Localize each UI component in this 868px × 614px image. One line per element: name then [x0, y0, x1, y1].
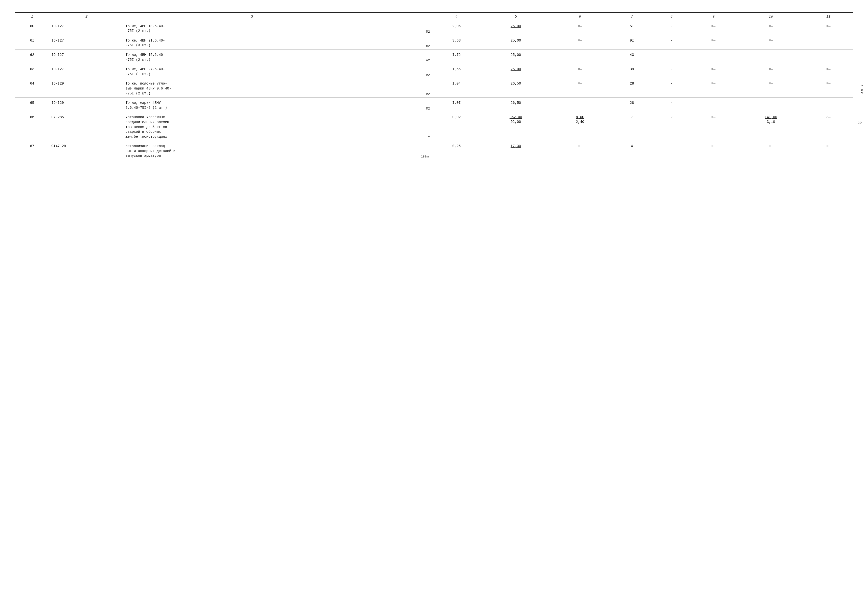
row-description: То же, 4ВН 27.6.40- -75I (I шт.) — [124, 64, 380, 78]
header-colunit — [380, 12, 432, 21]
row-code: IO-I27 — [50, 35, 124, 50]
row-col11: 3— — [804, 112, 853, 141]
table-row: 65IO-I29То же, марки 4БНУ 9.6.40-75I-2 (… — [15, 98, 853, 112]
row-unit: м2 — [380, 50, 432, 64]
row-description: То же, 4ВН I8.6.40- -75I (2 шт.) — [124, 21, 380, 35]
row-col5: 26,50 — [481, 98, 550, 112]
row-description: Металлизация заклад- ных и анкорных дета… — [124, 141, 380, 160]
row-col4: 0,25 — [432, 141, 481, 160]
table-row: 66Е7-285Установка крепёжных соединительн… — [15, 112, 853, 141]
row-col7: 28 — [610, 98, 654, 112]
table-row: 6IIO-I27То же, 4ВН 2I.6.40- -75I (3 шт.)… — [15, 35, 853, 50]
row-col11: =— — [804, 64, 853, 78]
row-description: То же, поясные угло- вые марки 4БНУ 9.6.… — [124, 78, 380, 98]
row-col4: I,72 — [432, 50, 481, 64]
row-col8: - — [654, 35, 689, 50]
header-col1: I — [15, 12, 50, 21]
table-row: 63IO-I27То же, 4ВН 27.6.40- -75I (I шт.)… — [15, 64, 853, 78]
row-col5: 25,00 — [481, 21, 550, 35]
row-col8: - — [654, 50, 689, 64]
row-col5: 25,00 — [481, 50, 550, 64]
row-number: 64 — [15, 78, 50, 98]
row-col10: =— — [738, 64, 804, 78]
right-margin-label-top: АЛ.ХI — [860, 82, 864, 94]
table-row: 67СI47-29Металлизация заклад- ных и анко… — [15, 141, 853, 160]
row-col8: - — [654, 141, 689, 160]
row-number: 66 — [15, 112, 50, 141]
table-row: 64IO-I29То же, поясные угло- вые марки 4… — [15, 78, 853, 98]
row-col7: 28 — [610, 78, 654, 98]
header-col7: 7 — [610, 12, 654, 21]
row-code: IO-I29 — [50, 78, 124, 98]
row-col11: =— — [804, 141, 853, 160]
row-code: IO-I29 — [50, 98, 124, 112]
row-col10: =— — [738, 141, 804, 160]
row-col11: =— — [804, 21, 853, 35]
row-col11: =— — [804, 98, 853, 112]
row-col4: 3,63 — [432, 35, 481, 50]
row-unit: т — [380, 112, 432, 141]
row-description: То же, 4ВН I5.6.40- -75I (2 шт.) — [124, 50, 380, 64]
row-col4: 2,06 — [432, 21, 481, 35]
row-col6: =— — [550, 50, 610, 64]
row-col6: =— — [550, 64, 610, 78]
row-unit: М2 — [380, 21, 432, 35]
row-number: 62 — [15, 50, 50, 64]
header-col11: II — [804, 12, 853, 21]
row-col7: 7 — [610, 112, 654, 141]
row-col5: 25,00 — [481, 35, 550, 50]
row-number: 6I — [15, 35, 50, 50]
header-col4: 4 — [432, 12, 481, 21]
row-number: 65 — [15, 98, 50, 112]
row-description: То же, марки 4БНУ 9.6.40-75I-2 (2 шт.) — [124, 98, 380, 112]
row-col10: =— — [738, 98, 804, 112]
row-col9: =— — [689, 98, 738, 112]
row-description: Установка крепёжных соединительных элеме… — [124, 112, 380, 141]
row-col8: 2 — [654, 112, 689, 141]
row-col8: - — [654, 21, 689, 35]
row-col9: =— — [689, 21, 738, 35]
row-col10: =— — [738, 35, 804, 50]
row-unit: М2 — [380, 64, 432, 78]
row-col6: =— — [550, 78, 610, 98]
row-col9: =— — [689, 141, 738, 160]
row-col4: I,04 — [432, 78, 481, 98]
row-col5: I7,30 — [481, 141, 550, 160]
row-col11: =— — [804, 78, 853, 98]
row-unit: М2 — [380, 78, 432, 98]
header-col8: 8 — [654, 12, 689, 21]
row-col9: =— — [689, 35, 738, 50]
main-table: I 2 3 4 5 6 7 8 9 Io II 60IO-I27То же, 4… — [15, 12, 853, 160]
row-col7: 43 — [610, 50, 654, 64]
row-col5: 362,0092,00 — [481, 112, 550, 141]
row-col4: I,0I — [432, 98, 481, 112]
row-unit: м2 — [380, 35, 432, 50]
row-number: 60 — [15, 21, 50, 35]
header-col2: 2 — [50, 12, 124, 21]
row-number: 63 — [15, 64, 50, 78]
header-col3: 3 — [124, 12, 380, 21]
row-code: IO-I27 — [50, 64, 124, 78]
row-col8: - — [654, 98, 689, 112]
row-col6: =— — [550, 141, 610, 160]
row-col10: I4I,003,10 — [738, 112, 804, 141]
row-col5: 26,50 — [481, 78, 550, 98]
row-number: 67 — [15, 141, 50, 160]
table-row: 60IO-I27То же, 4ВН I8.6.40- -75I (2 шт.)… — [15, 21, 853, 35]
row-col10: =— — [738, 21, 804, 35]
row-col4: 0,02 — [432, 112, 481, 141]
row-unit: М2 — [380, 98, 432, 112]
row-col11: =— — [804, 50, 853, 64]
row-col10: =— — [738, 78, 804, 98]
row-code: IO-I27 — [50, 21, 124, 35]
row-col7: 9I — [610, 35, 654, 50]
row-col6: 8,002,40 — [550, 112, 610, 141]
row-col6: =— — [550, 98, 610, 112]
row-col9: =— — [689, 112, 738, 141]
row-col10: =— — [738, 50, 804, 64]
header-col10: Io — [738, 12, 804, 21]
row-col7: 5I — [610, 21, 654, 35]
header-col6: 6 — [550, 12, 610, 21]
row-col9: =— — [689, 64, 738, 78]
row-col7: 4 — [610, 141, 654, 160]
